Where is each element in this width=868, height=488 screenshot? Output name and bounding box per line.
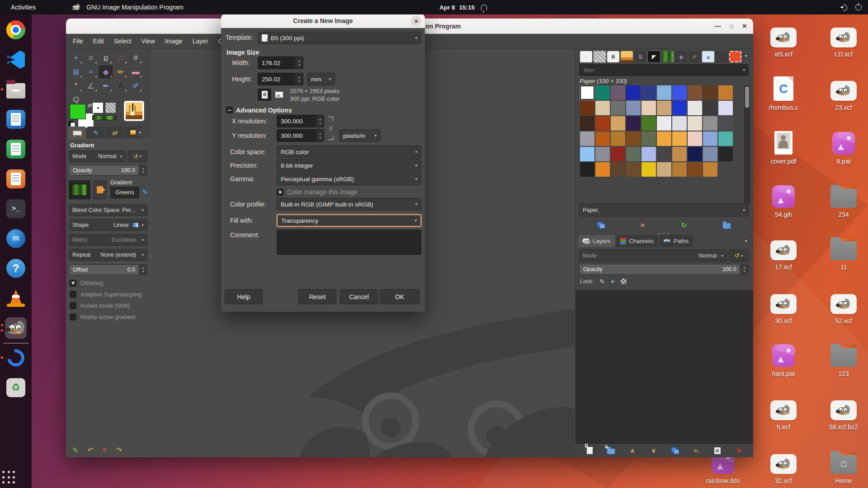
pattern-swatch[interactable]	[718, 131, 733, 146]
lock-alpha-icon[interactable]	[620, 278, 627, 285]
reset-button[interactable]: Reset	[298, 289, 336, 304]
landscape-orientation-button[interactable]	[272, 89, 286, 101]
pattern-swatch[interactable]	[595, 116, 610, 131]
merge-layer-button[interactable]: ≡↓	[691, 445, 702, 456]
pattern-swatch[interactable]	[688, 85, 702, 100]
pattern-swatch[interactable]	[688, 101, 702, 115]
x-resolution-spinbox[interactable]: ▴▾	[277, 115, 324, 127]
pattern-swatch[interactable]	[672, 131, 687, 146]
pattern-swatch[interactable]	[657, 147, 671, 161]
panel-resize-handle[interactable]: ⋮	[571, 253, 576, 259]
123[interactable]: 123	[816, 334, 868, 377]
pattern-swatch[interactable]	[611, 147, 625, 161]
menu-view[interactable]: View	[137, 35, 160, 47]
tab-layers[interactable]: Layers	[578, 235, 615, 247]
maximize-button[interactable]: □	[730, 23, 733, 29]
help[interactable]: ?	[5, 258, 27, 279]
layer-mode-dropdown[interactable]: Mode Normal ▾	[579, 249, 727, 262]
pattern-swatch[interactable]	[642, 147, 656, 161]
pattern-swatch[interactable]	[611, 162, 625, 177]
lock-position-icon[interactable]: +	[611, 277, 615, 285]
chrome[interactable]	[5, 19, 27, 41]
selection-editor-tab[interactable]	[729, 51, 741, 62]
checkbox[interactable]	[70, 291, 76, 298]
restore-preset-icon[interactable]: ↶	[87, 446, 93, 455]
resolution-unit-dropdown[interactable]: pixels/in ▾	[339, 129, 381, 142]
impress[interactable]	[5, 168, 27, 190]
pattern-swatch[interactable]	[642, 85, 656, 100]
active-brush-preview[interactable]	[92, 102, 104, 113]
layer-opacity-spinner[interactable]: ▴▾	[740, 264, 748, 274]
opacity-spinner[interactable]: ▴▾	[139, 165, 147, 175]
width-spinbox[interactable]: ▴▾	[258, 56, 303, 69]
tab-undo-history[interactable]: ⇄	[106, 127, 124, 139]
reverse-gradient-button[interactable]	[93, 180, 107, 199]
y-resolution-spinbox[interactable]: ▴▾	[277, 129, 324, 142]
width-spinner[interactable]: ▴▾	[295, 57, 303, 69]
58-xcf-bz2[interactable]: 58.xcf.bz2	[816, 387, 868, 431]
17-xcf[interactable]: 17.xcf	[756, 227, 811, 271]
pattern-swatch[interactable]	[580, 162, 594, 177]
gradient-thumbnail[interactable]	[69, 180, 90, 199]
patterns-tab[interactable]	[594, 51, 606, 62]
tab-paths[interactable]: Paths	[659, 235, 693, 247]
raise-layer-button[interactable]: ∧	[627, 445, 638, 456]
adaptive-supersampling[interactable]: Adaptive Supersampling	[70, 291, 150, 298]
active-gradient-preview[interactable]	[92, 115, 116, 120]
foreground-color-swatch[interactable]	[70, 104, 86, 119]
new-layer-group-button[interactable]	[606, 445, 617, 456]
cancel-button[interactable]: Cancel	[340, 289, 378, 304]
11[interactable]: 11	[816, 227, 868, 271]
brushes-tab[interactable]: ·	[580, 51, 592, 62]
menu-file[interactable]: File	[68, 35, 88, 47]
height-spinbox[interactable]: ▴▾	[258, 73, 303, 85]
pattern-swatch[interactable]	[657, 131, 671, 146]
checkbox[interactable]	[70, 280, 76, 286]
measure-tool[interactable]: ∠	[84, 80, 98, 92]
30-xcf[interactable]: 30.xcf	[756, 281, 811, 324]
32-xcf[interactable]: 32.xcf	[756, 441, 811, 484]
pattern-swatch[interactable]	[672, 101, 687, 115]
pattern-swatch[interactable]	[718, 162, 733, 177]
ellipse-select-tool[interactable]: ○	[84, 52, 98, 64]
move-tool[interactable]: +	[69, 52, 83, 64]
layer-opacity-slider[interactable]: Opacity 100.0 ▴▾	[579, 264, 749, 275]
swap-colors-icon[interactable]: ⇄	[88, 102, 92, 108]
pattern-swatch[interactable]	[657, 85, 671, 100]
patterns-scrollbar[interactable]	[744, 85, 750, 204]
pattern-swatch[interactable]	[657, 116, 671, 131]
shape-dropdown[interactable]: Shape Linear ▾	[69, 219, 147, 231]
delete-pattern-icon[interactable]: ×	[640, 221, 645, 229]
home[interactable]: ⌂ Home	[816, 441, 868, 484]
pattern-swatch[interactable]	[703, 101, 717, 115]
show-applications-button[interactable]	[2, 471, 16, 484]
duplicate-layer-button[interactable]	[670, 445, 680, 456]
mode-reset-button[interactable]: ↺ ▾	[127, 150, 147, 162]
pattern-swatch[interactable]	[642, 162, 656, 177]
refresh-patterns-icon[interactable]: ↻	[681, 221, 687, 230]
lock-pixels-icon[interactable]: ✎	[599, 278, 605, 285]
pattern-swatch[interactable]	[580, 101, 594, 115]
save-preset-icon[interactable]: ✎	[72, 446, 78, 455]
color-space-dropdown[interactable]: RGB color ▾	[277, 145, 421, 158]
pattern-swatch[interactable]	[595, 147, 610, 161]
blend-color-space-dropdown[interactable]: Blend Color Space Per... ▾	[69, 204, 147, 216]
gradient-name[interactable]: Greens	[110, 187, 139, 198]
collapse-panel-icon[interactable]: ◄	[742, 238, 750, 244]
pattern-swatch[interactable]	[642, 131, 656, 146]
fill-with-dropdown[interactable]: Transparency ▾	[277, 214, 421, 227]
pattern-swatch[interactable]	[703, 85, 717, 100]
pattern-swatch[interactable]	[657, 162, 671, 177]
pattern-swatch[interactable]	[611, 116, 625, 131]
pattern-swatch[interactable]	[595, 162, 610, 177]
pattern-swatch[interactable]	[611, 101, 625, 115]
minimize-button[interactable]: —	[715, 23, 721, 29]
delete-preset-icon[interactable]: ×	[103, 446, 107, 455]
pattern-swatch[interactable]	[672, 162, 687, 177]
focused-app-indicator[interactable]: GNU Image Manipulation Program	[69, 2, 184, 13]
cover-pdf[interactable]: cover.pdf	[756, 122, 811, 165]
thunderbird[interactable]: ✉	[5, 228, 27, 249]
54-gih[interactable]: ▲ 54.gih	[756, 175, 811, 218]
clone-tool[interactable]: *	[69, 80, 83, 92]
gamma-dropdown[interactable]: Perceptual gamma (sRGB) ▾	[277, 173, 421, 185]
